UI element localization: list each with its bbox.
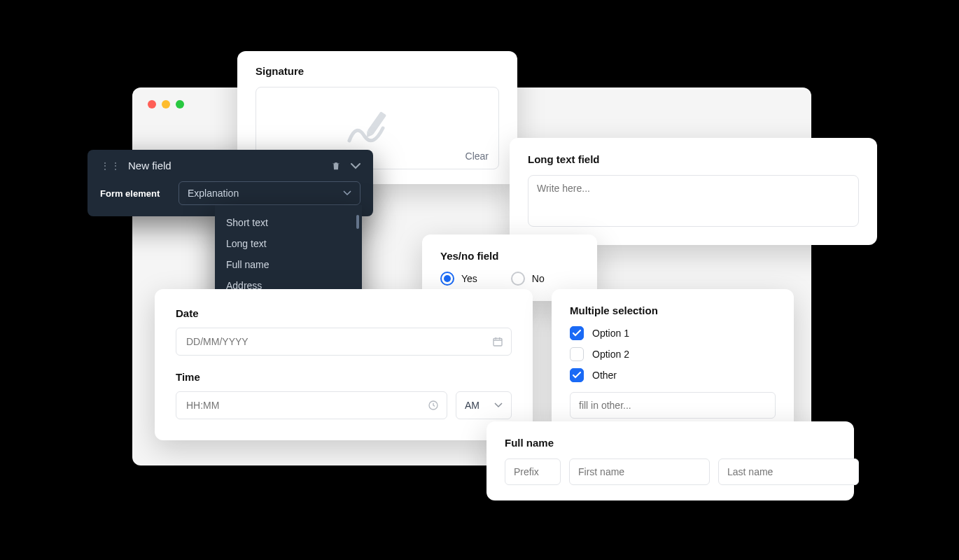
prefix-input[interactable] [505,458,561,485]
form-element-select[interactable]: Explanation [178,181,360,205]
chevron-down-icon[interactable] [351,162,360,169]
chevron-down-icon [494,402,503,408]
ampm-value: AM [465,400,479,411]
trash-icon[interactable] [331,161,341,171]
date-input[interactable] [176,328,512,356]
ampm-select[interactable]: AM [456,391,512,419]
checkbox-icon [570,347,584,361]
dropdown-scrollbar[interactable] [356,215,359,229]
time-label: Time [176,371,512,383]
date-label: Date [176,307,512,319]
radio-yes[interactable]: Yes [440,272,477,286]
signature-clear-button[interactable]: Clear [465,150,489,162]
checkbox-label: Other [592,370,617,381]
longtext-title: Long text field [528,153,859,165]
first-name-input[interactable] [569,458,710,485]
time-input[interactable] [176,391,447,419]
multiple-selection-card: Multiple selection Option 1 Option 2 Oth… [552,289,794,434]
drag-handle-icon[interactable]: ⋮⋮ [100,160,121,172]
checkbox-icon [570,368,584,382]
radio-no-label: No [532,273,545,284]
radio-yes-label: Yes [461,273,477,284]
minimize-window-dot[interactable] [162,100,170,108]
radio-no[interactable]: No [511,272,545,286]
checkbox-label: Option 1 [592,328,629,339]
close-window-dot[interactable] [148,100,156,108]
radio-icon [440,272,454,286]
new-field-title: New field [128,160,324,172]
dropdown-item[interactable]: Full name [215,254,362,275]
checkbox-option[interactable]: Other [570,368,776,382]
checkbox-label: Option 2 [592,349,629,360]
checkbox-icon [570,326,584,340]
fullname-title: Full name [505,437,836,449]
radio-icon [511,272,525,286]
other-input[interactable] [570,392,776,419]
last-name-input[interactable] [718,458,859,485]
checkbox-option[interactable]: Option 2 [570,347,776,361]
multiple-selection-title: Multiple selection [570,304,776,316]
datetime-card: Date Time AM [155,289,533,440]
clock-icon[interactable] [428,400,439,411]
maximize-window-dot[interactable] [176,100,184,108]
calendar-icon[interactable] [492,336,503,347]
signature-title: Signature [255,65,499,77]
svg-rect-2 [493,338,502,346]
dropdown-item[interactable]: Short text [215,212,362,233]
yesno-title: Yes/no field [440,250,579,262]
chevron-down-icon [343,190,351,196]
checkbox-option[interactable]: Option 1 [570,326,776,340]
window-traffic-lights [148,100,184,108]
form-element-label: Form element [100,188,164,199]
svg-rect-0 [367,111,386,135]
signature-icon [342,108,412,148]
dropdown-item[interactable]: Long text [215,233,362,254]
longtext-textarea[interactable] [528,175,859,227]
form-element-selected: Explanation [188,188,239,199]
fullname-card: Full name [486,421,854,500]
longtext-card: Long text field [510,138,877,245]
